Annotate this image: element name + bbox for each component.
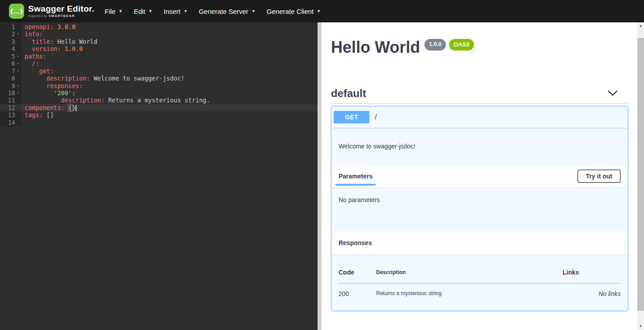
- fold-toggle-icon[interactable]: ▾: [17, 82, 21, 89]
- col-header-description: Description: [376, 260, 563, 283]
- code-text: title: Hello World: [21, 38, 318, 45]
- vertical-scrollbar[interactable]: ▲ ▼: [637, 22, 644, 330]
- fold-toggle-icon[interactable]: ▾: [17, 53, 21, 60]
- menu-edit[interactable]: Edit▼: [134, 1, 153, 21]
- fold-spacer: [17, 119, 21, 126]
- caret-down-icon: ▼: [183, 9, 187, 13]
- code-line[interactable]: 9▾ responses:: [0, 82, 318, 89]
- code-line[interactable]: 7▾ get:: [0, 68, 318, 75]
- line-number: 14: [0, 119, 17, 126]
- text-cursor: [76, 105, 76, 111]
- gutter-cell: 6▾: [0, 60, 21, 67]
- operation-summary[interactable]: GET /: [331, 106, 628, 128]
- line-number: 1: [0, 23, 17, 30]
- tag-section-default[interactable]: default: [331, 87, 628, 104]
- try-it-out-button[interactable]: Try it out: [577, 169, 621, 183]
- yaml-editor[interactable]: 1openapi: 3.0.02▾info:3 title: Hello Wor…: [0, 22, 318, 330]
- responses-table: Code Description Links 200 Returns a mys…: [339, 260, 621, 297]
- operation-path: /: [375, 113, 377, 121]
- code-text: paths:: [21, 53, 318, 60]
- code-text: responses:: [21, 82, 318, 89]
- oas3-badge: OAS3: [449, 39, 474, 51]
- response-links: No links: [563, 283, 621, 297]
- swagger-preview: Hello World 1.0.0 OAS3 default GET / Wel…: [322, 22, 637, 330]
- gutter-cell: 14: [0, 119, 21, 126]
- fold-spacer: [17, 97, 21, 104]
- http-method-badge: GET: [334, 111, 369, 123]
- scroll-down-icon[interactable]: ▼: [637, 323, 644, 330]
- gutter-cell: 2▾: [0, 30, 21, 38]
- code-text: components: {}: [21, 104, 318, 111]
- menu-generate-client[interactable]: Generate Client▼: [267, 1, 321, 21]
- menu-insert[interactable]: Insert▼: [164, 1, 187, 21]
- code-text: /:: [21, 60, 318, 67]
- code-line[interactable]: 2▾info:: [0, 30, 318, 38]
- line-number: 12: [0, 104, 17, 111]
- scroll-up-icon[interactable]: ▲: [637, 22, 644, 30]
- fold-toggle-icon[interactable]: ▾: [17, 89, 21, 97]
- fold-spacer: [17, 23, 21, 30]
- code-text: [21, 119, 318, 126]
- smartbear-label: SMARTBEAR: [49, 14, 75, 18]
- code-text: version: 1.0.0: [21, 45, 318, 52]
- version-badge: 1.0.0: [424, 39, 446, 51]
- gutter-cell: 5▾: [0, 53, 21, 60]
- gutter-cell: 10▾: [0, 89, 21, 97]
- tab-parameters[interactable]: Parameters: [339, 173, 373, 180]
- code-text: get:: [21, 68, 318, 75]
- gutter-cell: 3: [0, 38, 21, 45]
- fold-spacer: [17, 75, 21, 82]
- code-line[interactable]: 1openapi: 3.0.0: [0, 23, 318, 30]
- responses-table-wrapper: Code Description Links 200 Returns a mys…: [331, 254, 628, 311]
- code-line[interactable]: 14: [0, 119, 318, 126]
- code-text: '200':: [21, 89, 318, 97]
- line-number: 5: [0, 53, 17, 60]
- gutter-cell: 11: [0, 97, 21, 104]
- line-number: 6: [0, 60, 17, 67]
- gutter-cell: 9▾: [0, 82, 21, 89]
- code-line[interactable]: 10▾ '200':: [0, 89, 318, 97]
- fold-spacer: [17, 38, 21, 45]
- caret-down-icon: ▼: [251, 9, 255, 13]
- menu-file[interactable]: File▼: [105, 1, 123, 21]
- code-line[interactable]: 5▾paths:: [0, 53, 318, 60]
- swagger-logo-icon: {…}: [9, 4, 24, 19]
- code-line[interactable]: 3 title: Hello World: [0, 38, 318, 45]
- menu-generate-server[interactable]: Generate Server▼: [199, 1, 255, 21]
- gutter-cell: 12: [0, 104, 21, 111]
- code-text: tags: []: [21, 111, 318, 118]
- code-line[interactable]: 12components: {}: [0, 104, 318, 111]
- editor-lines: 1openapi: 3.0.02▾info:3 title: Hello Wor…: [0, 23, 318, 126]
- operation-description: Welcome to swagger-jsdoc!: [331, 128, 628, 165]
- line-number: 9: [0, 82, 17, 89]
- code-line[interactable]: 8 description: Welcome to swagger-jsdoc!: [0, 75, 318, 82]
- line-number: 7: [0, 68, 17, 75]
- svg-text:{…}: {…}: [9, 8, 24, 15]
- responses-header: Responses: [331, 231, 628, 254]
- caret-down-icon: ▼: [317, 9, 321, 13]
- line-number: 4: [0, 45, 17, 52]
- line-number: 11: [0, 97, 17, 104]
- fold-toggle-icon[interactable]: ▾: [17, 30, 21, 38]
- chevron-down-icon[interactable]: [608, 90, 618, 96]
- line-number: 10: [0, 89, 17, 97]
- code-text: openapi: 3.0.0: [21, 23, 318, 30]
- caret-down-icon: ▼: [148, 9, 153, 13]
- pane-splitter[interactable]: [318, 22, 322, 330]
- api-title: Hello World: [331, 39, 420, 56]
- scrollbar-thumb[interactable]: [637, 38, 644, 311]
- code-line[interactable]: 13tags: []: [0, 111, 318, 118]
- gutter-cell: 1: [0, 23, 21, 30]
- code-line[interactable]: 11 description: Returns a mysterious str…: [0, 97, 318, 104]
- response-description: Returns a mysterious string.: [376, 283, 563, 297]
- col-header-code: Code: [339, 260, 376, 283]
- code-line[interactable]: 4 version: 1.0.0: [0, 45, 318, 52]
- code-line[interactable]: 6▾ /:: [0, 60, 318, 67]
- code-text: info:: [21, 30, 318, 38]
- fold-toggle-icon[interactable]: ▾: [17, 60, 21, 67]
- fold-toggle-icon[interactable]: ▾: [17, 68, 21, 75]
- line-number: 3: [0, 38, 17, 45]
- fold-spacer: [17, 45, 21, 52]
- brand-name: Swagger Editor.: [28, 4, 94, 13]
- gutter-cell: 13: [0, 111, 21, 118]
